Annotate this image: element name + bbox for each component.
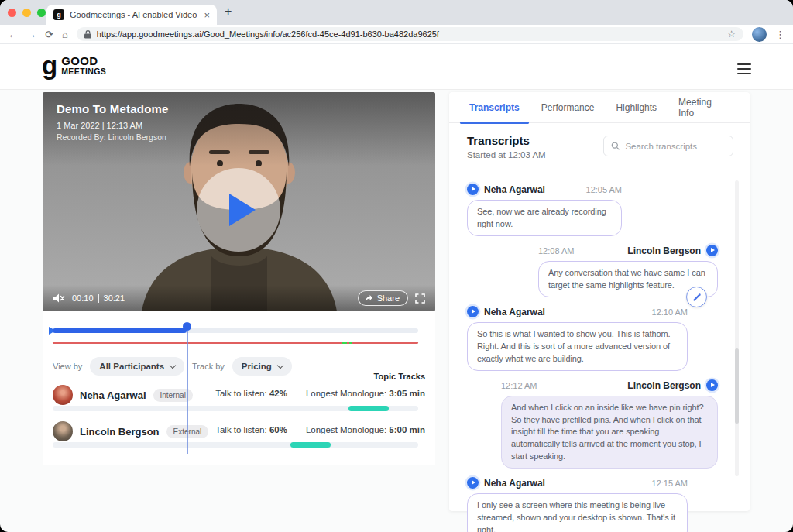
participant-stats: Talk to listen: 60% Longest Monologue: 5… [215, 425, 425, 434]
transcript-message: Neha Agarwal 12:10 AM So this is what I … [467, 306, 688, 371]
pencil-icon [692, 293, 702, 302]
app-header: g GOOD MEETINGS [0, 44, 793, 90]
url-text[interactable]: https://app.goodmeetings.ai/Good_Meeting… [97, 29, 722, 39]
play-icon [229, 194, 256, 226]
scrollbar-thumb[interactable] [735, 348, 739, 424]
minimize-window-button[interactable] [22, 9, 31, 17]
tab-title: Goodmeetings - AI enabled Video Meetings [70, 10, 198, 19]
participant-stats: Talk to listen: 42% Longest Monologue: 3… [215, 389, 425, 398]
tab-transcripts[interactable]: Transcripts [460, 92, 529, 123]
share-label: Share [377, 293, 400, 303]
home-icon[interactable]: ⌂ [62, 29, 68, 39]
new-tab-icon[interactable]: + [225, 5, 232, 19]
message-bubble[interactable]: So this is what I wanted to show you. Th… [467, 322, 688, 371]
message-bubble[interactable]: I only see a screen where this meeting i… [467, 493, 688, 532]
speaker-name: Neha Agarwal [484, 307, 545, 317]
play-snippet-icon[interactable] [706, 245, 718, 256]
timeline-filters: View by All Participants Track by Pricin… [53, 357, 292, 376]
tab-close-icon[interactable]: × [204, 10, 210, 20]
transcripts-panel: Transcripts Performance Highlights Meeti… [449, 92, 750, 511]
chevron-down-icon [170, 362, 176, 368]
speaker-name: Lincoln Bergson [627, 245, 701, 256]
message-bubble[interactable]: See, now we are already recording right … [467, 200, 622, 236]
track-by-value: Pricing [242, 362, 272, 371]
zoom-window-button[interactable] [37, 9, 46, 17]
transcript-message: Neha Agarwal 12:05 AM See, now we are al… [467, 184, 622, 236]
longest-monologue-label: Longest Monologue: [306, 425, 386, 434]
topic-track-line[interactable] [53, 342, 418, 344]
video-time: 00:10 30:21 [72, 293, 125, 303]
participant-row: Lincoln Bergson External [53, 421, 208, 441]
tab-highlights[interactable]: Highlights [606, 92, 666, 123]
transcript-message: 12:12 AM Lincoln Bergson And when I clic… [501, 379, 718, 469]
transcript-message: 12:08 AM Lincoln Bergson Any conversatio… [538, 245, 718, 297]
progress-fill [53, 328, 187, 333]
menu-icon[interactable] [737, 63, 751, 74]
speaking-track[interactable] [53, 442, 418, 448]
view-by-label: View by [53, 362, 82, 371]
bookmark-star-icon[interactable]: ☆ [727, 29, 736, 39]
video-controls-bar: 00:10 30:21 Share [43, 285, 435, 311]
play-snippet-icon[interactable] [467, 306, 479, 317]
time-separator [98, 294, 99, 303]
tab-performance[interactable]: Performance [532, 92, 604, 123]
progress-handle[interactable] [183, 322, 191, 331]
logo-g-icon: g [42, 54, 57, 77]
logo-word-good: GOOD [61, 56, 106, 67]
tab-meeting-info[interactable]: Meeting Info [669, 92, 739, 123]
video-info-overlay: Demo To Metadome 1 Mar 2022 | 12:13 AM R… [57, 102, 169, 142]
longest-monologue-value: 5:00 min [389, 425, 425, 434]
transcript-message: Neha Agarwal 12:15 AM I only see a scree… [467, 477, 688, 532]
back-icon[interactable]: ← [8, 29, 18, 39]
forward-icon[interactable]: → [26, 29, 36, 39]
avatar [53, 385, 73, 405]
panel-tabs: Transcripts Performance Highlights Meeti… [449, 92, 750, 123]
message-time: 12:08 AM [538, 246, 574, 256]
browser-menu-icon[interactable]: ⋮ [775, 29, 785, 40]
speaker-name: Neha Agarwal [484, 478, 545, 489]
browser-profile-avatar[interactable] [752, 27, 767, 42]
chevron-down-icon [277, 362, 283, 368]
playhead-marker-line [187, 331, 188, 454]
speaking-segment [348, 406, 389, 411]
play-snippet-icon[interactable] [467, 477, 479, 489]
share-arrow-icon [365, 294, 373, 302]
share-button[interactable]: Share [358, 290, 408, 306]
track-by-dropdown[interactable]: Pricing [232, 357, 292, 376]
address-bar[interactable]: https://app.goodmeetings.ai/Good_Meeting… [77, 27, 743, 41]
meeting-recorded-by: Recorded By: Lincoln Bergson [57, 132, 169, 142]
play-snippet-icon[interactable] [467, 184, 479, 195]
edit-transcript-button[interactable] [686, 287, 707, 307]
meeting-title: Demo To Metadome [57, 102, 169, 115]
video-player[interactable]: Demo To Metadome 1 Mar 2022 | 12:13 AM R… [43, 92, 435, 311]
speaking-track[interactable] [53, 406, 418, 411]
goodmeetings-logo[interactable]: g GOOD MEETINGS [42, 54, 106, 77]
play-button[interactable] [197, 168, 280, 252]
close-window-button[interactable] [8, 9, 16, 17]
browser-tab-strip: g Goodmeetings - AI enabled Video Meetin… [0, 0, 793, 25]
topic-marker [349, 342, 352, 344]
message-bubble[interactable]: Any conversation that we have same I can… [538, 261, 718, 297]
search-icon [611, 141, 620, 151]
play-snippet-icon[interactable] [706, 379, 718, 391]
playback-progress-bar[interactable] [53, 328, 418, 333]
mute-icon[interactable] [53, 293, 65, 304]
message-time: 12:05 AM [586, 185, 622, 194]
topic-marker [342, 342, 347, 344]
track-by-label: Track by [192, 362, 225, 371]
message-time: 12:12 AM [501, 381, 537, 390]
reload-icon[interactable]: ⟳ [45, 29, 53, 39]
fullscreen-icon[interactable] [415, 293, 425, 304]
search-input[interactable] [625, 142, 726, 151]
topic-tracks-label: Topic Tracks [374, 372, 425, 381]
view-by-dropdown[interactable]: All Participants [90, 357, 184, 376]
message-bubble[interactable]: And when I click on an inside like we ha… [501, 396, 718, 469]
talk-to-listen-value: 42% [269, 389, 287, 398]
browser-tab[interactable]: g Goodmeetings - AI enabled Video Meetin… [46, 5, 217, 25]
speaker-name: Neha Agarwal [484, 184, 545, 195]
avatar [53, 421, 73, 441]
meeting-datetime: 1 Mar 2022 | 12:13 AM [57, 121, 169, 130]
scrollbar-track[interactable] [735, 180, 739, 476]
talk-to-listen-label: Talk to listen: [215, 425, 266, 434]
search-transcripts-box[interactable] [603, 136, 733, 156]
